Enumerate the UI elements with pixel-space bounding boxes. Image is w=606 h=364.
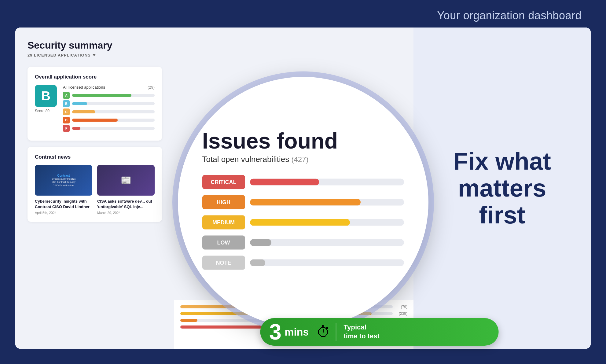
vuln-row: NOTE [202, 256, 404, 270]
vuln-row: LOW [202, 236, 404, 250]
news-item[interactable]: 📰 CISA asks software dev... out 'unforgi… [97, 165, 155, 215]
news-thumb-text: ContrastCybersecurity Insightswith Contr… [50, 172, 77, 188]
vuln-label: HIGH [202, 195, 245, 209]
fix-text: Fix what matters first [453, 148, 551, 229]
bar-fill [72, 127, 80, 130]
vuln-fill [250, 199, 361, 206]
count-bar-fill [180, 325, 265, 329]
grade-bar-row: F [63, 125, 155, 132]
news-thumb-text: 📰 [119, 174, 133, 187]
vuln-row: MEDIUM [202, 215, 404, 230]
grade-bar-row: C [63, 108, 155, 115]
vuln-label: MEDIUM [202, 215, 245, 230]
grade-bars: A B C D F [63, 92, 155, 132]
news-title: Contrast news [35, 154, 155, 160]
vuln-fill [250, 179, 319, 186]
bar-fill [72, 94, 131, 97]
news-item-title: CISA asks software dev... out 'unforgiva… [97, 199, 155, 210]
security-panel: Security summary 29 LICENSED APPLICATION… [15, 28, 174, 349]
vuln-fill [250, 239, 272, 246]
vuln-track [250, 199, 404, 206]
news-item[interactable]: ContrastCybersecurity Insightswith Contr… [35, 165, 92, 215]
bar-track [72, 110, 155, 113]
vuln-track [250, 179, 404, 186]
bar-fill [72, 102, 87, 105]
grade-bar-row: B [63, 100, 155, 107]
news-items: ContrastCybersecurity Insightswith Contr… [35, 165, 155, 215]
filter-icon[interactable] [93, 54, 96, 56]
security-title: Security summary [28, 40, 162, 51]
timer-icon: ⏱ [316, 324, 331, 340]
issues-title: Issues found [202, 128, 338, 153]
grade-letter: F [63, 125, 70, 132]
vuln-row: CRITICAL [202, 175, 404, 189]
grade-letter: B [63, 100, 70, 107]
score-card-title: Overall application score [35, 74, 155, 80]
app-count: (29) [148, 85, 155, 90]
count-number: (79) [395, 305, 407, 309]
score-card: Overall application score B Score 80 All… [28, 67, 162, 141]
grade-letter: A [63, 92, 70, 99]
news-thumb: ContrastCybersecurity Insightswith Contr… [35, 165, 92, 196]
bar-fill [72, 110, 95, 113]
vuln-track [250, 239, 404, 246]
grade-bar-row: D [63, 117, 155, 123]
vuln-bars: CRITICAL HIGH MEDIUM LOW NOTE [202, 175, 404, 276]
score-details: All licensed applications (29) A B C D F [63, 85, 155, 133]
news-item-date: March 29, 2024 [97, 211, 155, 215]
score-label: Score 80 [35, 109, 57, 113]
page-title: Your organization dashboard [437, 9, 582, 22]
magnifier-overlay: Issues found Total open vulnerabilities … [178, 77, 428, 327]
vuln-fill [250, 259, 265, 266]
banner-number: 3 [269, 319, 281, 344]
bar-track [72, 102, 155, 105]
news-thumb: 📰 [97, 165, 155, 196]
issues-subtitle: Total open vulnerabilities (427) [202, 155, 309, 164]
vuln-track [250, 259, 404, 266]
banner-text: Typical time to test [344, 323, 380, 340]
all-apps-label: All licensed applications [63, 85, 105, 90]
vuln-label: LOW [202, 236, 245, 250]
bar-track [72, 119, 155, 122]
banner-mins: mins [285, 326, 309, 338]
grade-bar-row: A [63, 92, 155, 99]
vuln-label: NOTE [202, 256, 245, 270]
right-panel: Fix what matters first [413, 28, 591, 349]
count-number: (239) [395, 311, 407, 316]
bar-track [72, 127, 155, 130]
grade-letter: D [63, 117, 70, 123]
vuln-fill [250, 219, 350, 226]
vuln-label: CRITICAL [202, 175, 245, 189]
vuln-track [250, 219, 404, 226]
news-card: Contrast news ContrastCybersecurity Insi… [28, 147, 162, 222]
news-item-date: April 5th, 2024 [35, 211, 92, 215]
news-item-title: Cybersecurity Insights with Contrast CIS… [35, 199, 92, 210]
bar-fill [72, 119, 118, 122]
licensed-apps-label: 29 LICENSED APPLICATIONS [28, 53, 162, 57]
banner-divider [336, 323, 336, 341]
bottom-banner: 3 mins ⏱ Typical time to test [260, 318, 498, 346]
bar-track [72, 94, 155, 97]
vuln-row: HIGH [202, 195, 404, 209]
count-bar-fill [180, 319, 197, 322]
grade-badge: B [35, 85, 57, 107]
grade-letter: C [63, 108, 70, 115]
